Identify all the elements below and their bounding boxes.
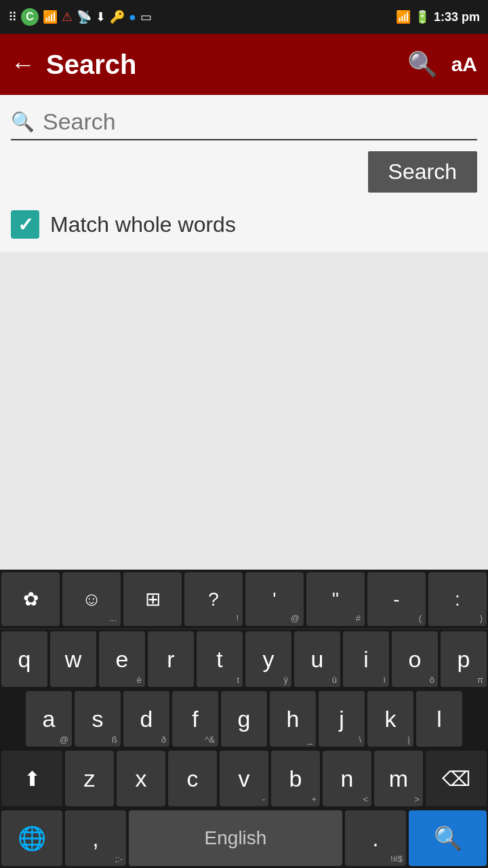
- wifi2-icon: 📡: [77, 9, 92, 24]
- key-h[interactable]: h _: [270, 691, 316, 747]
- key-w[interactable]: w: [50, 631, 96, 687]
- search-input-icon: 🔍: [11, 111, 35, 133]
- key-o[interactable]: o ô: [392, 631, 438, 687]
- search-icon[interactable]: 🔍: [407, 50, 438, 79]
- key-numpad[interactable]: ⊞: [123, 572, 182, 626]
- circle-icon: ●: [129, 10, 136, 24]
- key-emoji[interactable]: ☺ ...: [62, 572, 121, 626]
- search-area: 🔍 Search ✓ Match whole words: [0, 95, 488, 252]
- keyboard-special-row: ✿ ☺ ... ⊞ ? ! ' @ " # - ( : ): [0, 570, 488, 629]
- key-j[interactable]: j \: [319, 691, 365, 747]
- font-size-icon[interactable]: aA: [451, 53, 477, 76]
- wifi-icon: 📶: [43, 9, 58, 24]
- search-button[interactable]: Search: [368, 151, 477, 193]
- keyboard-row-2: a @ s ß d ð f ^& g h _ j \ k | l: [0, 689, 488, 749]
- key-period[interactable]: . !#$: [345, 810, 406, 866]
- key-a[interactable]: a @: [26, 691, 72, 747]
- keyboard-row-3: ⬆ z x c v - b + n < m > ⌫: [0, 749, 488, 808]
- content-area: [0, 252, 488, 570]
- back-button[interactable]: ←: [11, 50, 35, 79]
- keyboard-bottom-row: 🌐 , ;:- English . !#$ 🔍: [0, 808, 488, 868]
- key-m[interactable]: m >: [374, 751, 423, 806]
- search-button-row: Search: [11, 151, 477, 193]
- space-button[interactable]: English: [129, 810, 342, 866]
- match-whole-words-checkbox[interactable]: ✓: [11, 210, 39, 239]
- key-icon: 🔑: [110, 9, 125, 24]
- key-i[interactable]: i ì: [343, 631, 389, 687]
- search-input[interactable]: [43, 108, 477, 135]
- status-bar-left: ⠿ C 📶 ⚠ 📡 ⬇ 🔑 ● ▭: [8, 8, 152, 26]
- key-q[interactable]: q: [1, 631, 47, 687]
- key-quote[interactable]: " #: [306, 572, 365, 626]
- app-bar: ← Search 🔍 aA: [0, 34, 488, 95]
- globe-button[interactable]: 🌐: [1, 810, 62, 866]
- key-p[interactable]: p π: [441, 631, 487, 687]
- backspace-button[interactable]: ⌫: [426, 751, 487, 806]
- key-f[interactable]: f ^&: [172, 691, 218, 747]
- keyboard-search-button[interactable]: 🔍: [409, 810, 487, 866]
- key-n[interactable]: n <: [323, 751, 371, 806]
- key-l[interactable]: l: [416, 691, 462, 747]
- checkbox-row: ✓ Match whole words: [11, 203, 477, 245]
- key-y[interactable]: y ÿ: [245, 631, 291, 687]
- key-flower[interactable]: ✿: [1, 572, 60, 626]
- key-d[interactable]: d ð: [123, 691, 169, 747]
- shift-button[interactable]: ⬆: [1, 751, 62, 806]
- key-comma[interactable]: , ;:-: [65, 810, 126, 866]
- key-t[interactable]: t t: [197, 631, 243, 687]
- key-apostrophe[interactable]: ' @: [245, 572, 304, 626]
- status-bar: ⠿ C 📶 ⚠ 📡 ⬇ 🔑 ● ▭ 📶 🔋 1:33 pm: [0, 0, 488, 34]
- key-x[interactable]: x: [117, 751, 165, 806]
- key-v[interactable]: v -: [220, 751, 268, 806]
- download-icon: ⬇: [96, 9, 106, 24]
- key-k[interactable]: k |: [367, 691, 413, 747]
- key-question[interactable]: ? !: [184, 572, 243, 626]
- page-title: Search: [46, 50, 407, 80]
- c-icon: C: [21, 8, 39, 26]
- key-c[interactable]: c: [168, 751, 217, 806]
- key-colon[interactable]: : ): [428, 572, 487, 626]
- time-display: 1:33 pm: [434, 10, 480, 24]
- key-e[interactable]: e è: [99, 631, 145, 687]
- warning-icon: ⚠: [62, 9, 73, 24]
- tablet-icon: ▭: [140, 9, 152, 24]
- key-r[interactable]: r: [148, 631, 194, 687]
- key-s[interactable]: s ß: [75, 691, 121, 747]
- key-dash[interactable]: - (: [367, 572, 426, 626]
- keyboard: ✿ ☺ ... ⊞ ? ! ' @ " # - ( : ) q w e: [0, 570, 488, 868]
- app-bar-icons: 🔍 aA: [407, 50, 477, 79]
- key-g[interactable]: g: [221, 691, 267, 747]
- match-whole-words-label: Match whole words: [50, 212, 236, 237]
- key-b[interactable]: b +: [271, 751, 320, 806]
- checkmark-icon: ✓: [18, 214, 33, 236]
- keyboard-row-1: q w e è r t t y ÿ u û i ì o ô p π: [0, 629, 488, 689]
- signal-icon: 📶: [396, 9, 411, 24]
- search-input-row: 🔍: [11, 108, 477, 140]
- status-bar-right: 📶 🔋 1:33 pm: [396, 9, 480, 24]
- key-z[interactable]: z: [65, 751, 114, 806]
- grid-icon: ⠿: [8, 9, 17, 24]
- battery-icon: 🔋: [415, 9, 430, 24]
- key-u[interactable]: u û: [294, 631, 340, 687]
